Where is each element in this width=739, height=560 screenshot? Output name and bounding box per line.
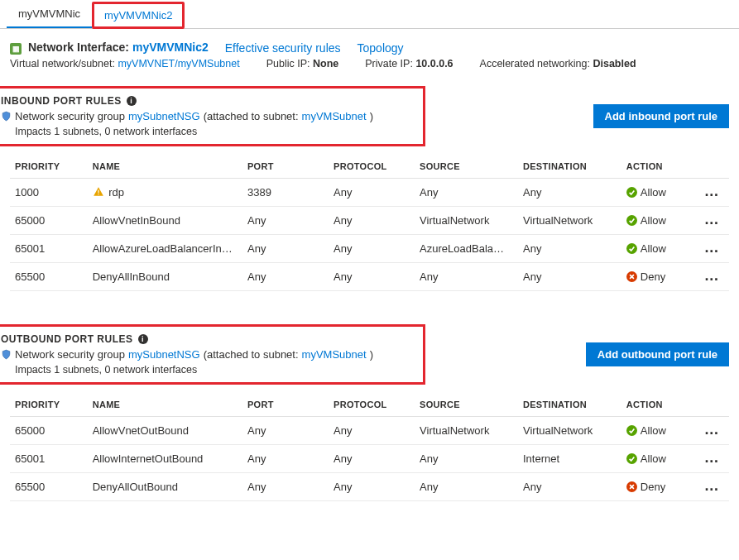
allow-icon [626, 425, 637, 436]
more-button[interactable]: … [704, 239, 720, 256]
col-priority[interactable]: PRIORITY [10, 393, 88, 417]
info-icon[interactable]: i [127, 96, 137, 106]
col-protocol[interactable]: PROTOCOL [329, 393, 415, 417]
more-button[interactable]: … [704, 183, 720, 199]
nsg-mid: (attached to subnet: [204, 348, 299, 361]
topology-link[interactable]: Topology [358, 41, 404, 55]
cell-action: Allow [621, 179, 694, 207]
vnet-label: Virtual network/subnet: [10, 58, 115, 69]
svg-rect-0 [98, 190, 98, 194]
nsg-subnet-link[interactable]: myVMSubnet [302, 110, 367, 122]
col-source[interactable]: SOURCE [415, 393, 518, 417]
col-port[interactable]: PORT [242, 155, 329, 179]
more-button[interactable]: … [704, 421, 720, 438]
col-protocol[interactable]: PROTOCOL [329, 155, 415, 179]
col-source[interactable]: SOURCE [415, 155, 518, 179]
accel-label: Accelerated networking: [480, 58, 590, 69]
col-destination[interactable]: DESTINATION [518, 155, 621, 179]
cell-name: DenyAllOutBound [88, 473, 242, 501]
cell-destination: Any [518, 263, 621, 291]
cell-name: AllowAzureLoadBalancerInBou… [88, 235, 242, 263]
col-port[interactable]: PORT [242, 393, 329, 417]
cell-destination: Internet [518, 445, 621, 473]
nsg-name-link[interactable]: mySubnetNSG [128, 348, 200, 361]
cell-protocol: Any [329, 417, 415, 445]
tab-nic2[interactable]: myVMVMNic2 [94, 4, 182, 26]
svg-rect-1 [98, 194, 98, 194]
shield-icon [1, 111, 12, 122]
col-priority[interactable]: PRIORITY [10, 155, 88, 179]
table-row[interactable]: 65001AllowInternetOutBoundAnyAnyAnyInter… [10, 445, 729, 473]
private-ip-label: Private IP: [365, 58, 413, 69]
cell-destination: Any [518, 179, 621, 207]
table-row[interactable]: 65500DenyAllOutBoundAnyAnyAnyAnyDeny… [10, 473, 729, 501]
cell-protocol: Any [329, 179, 415, 207]
more-button[interactable]: … [704, 267, 720, 284]
cell-destination: Any [518, 235, 621, 263]
private-ip-value: 10.0.0.6 [415, 58, 453, 69]
table-row[interactable]: 65000AllowVnetInBoundAnyAnyVirtualNetwor… [10, 207, 729, 235]
allow-icon [626, 243, 637, 254]
table-row[interactable]: 65500DenyAllInBoundAnyAnyAnyAnyDeny… [10, 263, 729, 291]
cell-destination: VirtualNetwork [518, 207, 621, 235]
svg-point-6 [626, 425, 637, 436]
cell-source: AzureLoadBala… [415, 235, 518, 263]
svg-point-2 [626, 187, 637, 198]
warning-icon [93, 186, 104, 198]
col-destination[interactable]: DESTINATION [518, 393, 621, 417]
cell-destination: Any [518, 473, 621, 501]
nic-name-link[interactable]: myVMVMNic2 [132, 41, 209, 54]
cell-destination: VirtualNetwork [518, 417, 621, 445]
nic-tabs: myVMVMNic myVMVMNic2 [0, 0, 739, 29]
add-outbound-rule-button[interactable]: Add outbound port rule [586, 342, 729, 366]
inbound-title: INBOUND PORT RULES [1, 95, 122, 107]
cell-name: AllowInternetOutBound [88, 445, 242, 473]
svg-point-4 [626, 243, 637, 254]
table-row[interactable]: 65000AllowVnetOutBoundAnyAnyVirtualNetwo… [10, 417, 729, 445]
cell-source: Any [415, 179, 518, 207]
cell-action: Deny [621, 263, 694, 291]
cell-protocol: Any [329, 445, 415, 473]
accel-value: Disabled [593, 58, 636, 69]
cell-port: Any [242, 445, 329, 473]
allow-icon [626, 215, 637, 226]
nsg-subnet-link[interactable]: myVMSubnet [302, 348, 367, 361]
allow-icon [626, 187, 637, 198]
nsg-suffix: ) [370, 348, 373, 361]
cell-protocol: Any [329, 473, 415, 501]
col-name[interactable]: NAME [88, 155, 242, 179]
col-name[interactable]: NAME [88, 393, 242, 417]
nic-meta-row: Virtual network/subnet: myVMVNET/myVMSub… [10, 58, 729, 69]
add-inbound-rule-button[interactable]: Add inbound port rule [593, 104, 729, 128]
table-row[interactable]: 65001AllowAzureLoadBalancerInBou…AnyAnyA… [10, 235, 729, 263]
tab-highlight: myVMVMNic2 [92, 2, 185, 29]
cell-source: VirtualNetwork [415, 207, 518, 235]
nic-label: Network Interface: [28, 41, 129, 54]
cell-action: Deny [621, 473, 694, 501]
cell-protocol: Any [329, 207, 415, 235]
outbound-rules-table: PRIORITY NAME PORT PROTOCOL SOURCE DESTI… [10, 393, 729, 501]
deny-icon [626, 271, 637, 282]
more-button[interactable]: … [704, 477, 720, 494]
outbound-header-box: OUTBOUND PORT RULES i Network security g… [0, 324, 425, 385]
cell-protocol: Any [329, 263, 415, 291]
vnet-link[interactable]: myVMVNET/myVMSubnet [118, 58, 239, 69]
col-action[interactable]: ACTION [621, 155, 694, 179]
inbound-header-box: INBOUND PORT RULES i Network security gr… [0, 86, 425, 146]
cell-port: Any [242, 417, 329, 445]
more-button[interactable]: … [704, 211, 720, 227]
col-action[interactable]: ACTION [621, 393, 694, 417]
cell-protocol: Any [329, 235, 415, 263]
inbound-impacts: Impacts 1 subnets, 0 network interfaces [1, 126, 415, 137]
cell-source: VirtualNetwork [415, 417, 518, 445]
nsg-name-link[interactable]: mySubnetNSG [128, 110, 200, 122]
more-button[interactable]: … [704, 449, 720, 466]
info-icon[interactable]: i [138, 334, 148, 344]
table-row[interactable]: 1000 rdp3389AnyAnyAnyAllow… [10, 179, 729, 207]
nsg-mid: (attached to subnet: [204, 110, 299, 122]
tab-nic1[interactable]: myVMVMNic [7, 1, 92, 28]
cell-source: Any [415, 473, 518, 501]
nic-title: ▦ Network Interface: myVMVMNic2 [10, 41, 209, 55]
effective-security-rules-link[interactable]: Effective security rules [225, 41, 341, 55]
cell-action: Allow [621, 207, 694, 235]
